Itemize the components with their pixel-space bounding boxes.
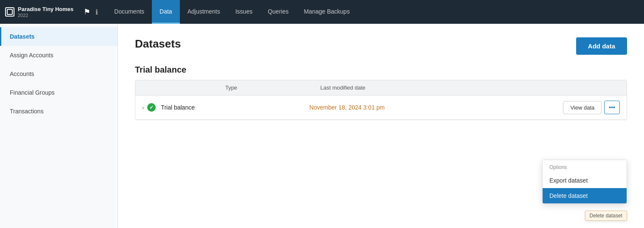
sidebar: Datasets Assign Accounts Accounts Financ… (0, 24, 118, 228)
dropdown-container: Options Export dataset Delete dataset (542, 160, 627, 204)
nav-item-manage-backups[interactable]: Manage Backups (296, 0, 357, 24)
nav-item-data[interactable]: Data (152, 0, 180, 24)
page-title: Datasets (135, 37, 181, 51)
nav-item-adjustments[interactable]: Adjustments (180, 0, 228, 24)
dropdown-header: Options (543, 160, 627, 173)
more-options-button[interactable]: ••• (604, 101, 620, 114)
layout: Datasets Assign Accounts Accounts Financ… (0, 24, 644, 228)
brand-icon (5, 7, 14, 17)
sidebar-item-transactions[interactable]: Transactions (0, 102, 118, 121)
info-icon[interactable]: ℹ (95, 8, 98, 16)
svg-rect-0 (7, 9, 12, 14)
row-status-icon (147, 103, 156, 112)
sidebar-item-financial-groups[interactable]: Financial Groups (0, 83, 118, 102)
flag-icon[interactable]: ⚑ (84, 7, 90, 17)
datasets-table: Type Last modified date › Trial balance … (135, 80, 627, 120)
dropdown-item-delete[interactable]: Delete dataset (543, 188, 627, 203)
add-data-button[interactable]: Add data (576, 37, 627, 55)
row-type-label: Trial balance (161, 104, 309, 111)
dropdown-menu: Options Export dataset Delete dataset (542, 160, 627, 204)
dropdown-item-export[interactable]: Export dataset (543, 173, 627, 188)
sidebar-item-assign-accounts[interactable]: Assign Accounts (0, 46, 118, 65)
row-expand-icon[interactable]: › (142, 104, 144, 111)
brand: Paradise Tiny Homes 2022 (5, 6, 73, 18)
row-actions: View data ••• (563, 101, 620, 114)
nav-item-documents[interactable]: Documents (106, 0, 152, 24)
topbar: Paradise Tiny Homes 2022 ⚑ ℹ Documents D… (0, 0, 644, 24)
row-date: November 18, 2024 3:01 pm (309, 104, 563, 111)
main-content: Datasets Add data Trial balance Type Las… (118, 24, 644, 228)
topnav: Documents Data Adjustments Issues Querie… (106, 0, 357, 24)
table-header: Type Last modified date (135, 80, 627, 96)
brand-year: 2022 (18, 13, 73, 18)
view-data-button[interactable]: View data (563, 101, 602, 114)
main-header: Datasets Add data (135, 37, 627, 55)
sidebar-item-datasets[interactable]: Datasets (0, 27, 118, 46)
table-row: › Trial balance November 18, 2024 3:01 p… (135, 96, 627, 120)
nav-item-queries[interactable]: Queries (260, 0, 296, 24)
col-header-date: Last modified date (320, 84, 620, 91)
col-header-type: Type (142, 84, 320, 91)
nav-item-issues[interactable]: Issues (228, 0, 260, 24)
brand-name: Paradise Tiny Homes (18, 6, 73, 13)
tooltip: Delete dataset (585, 211, 627, 221)
sidebar-item-accounts[interactable]: Accounts (0, 65, 118, 83)
section-title: Trial balance (135, 65, 627, 75)
